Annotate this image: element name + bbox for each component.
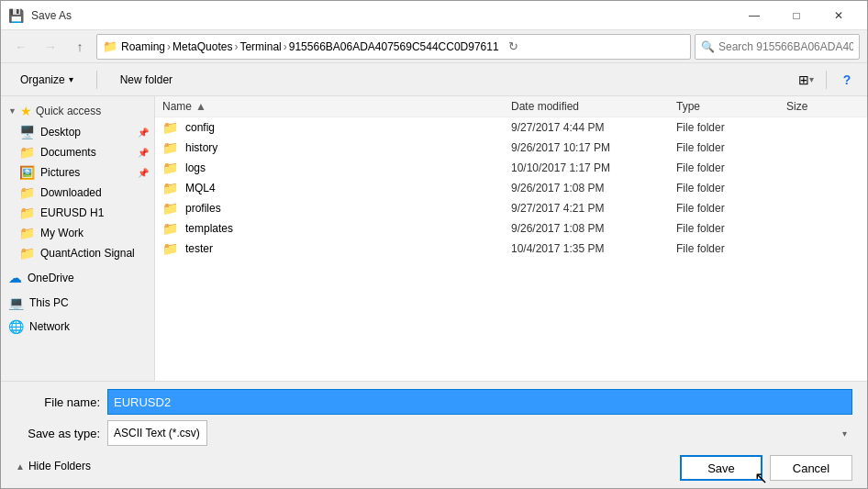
save-button[interactable]: Save — [680, 455, 762, 481]
sidebar-item-documents[interactable]: 📁 Documents 📌 — [1, 142, 154, 162]
pictures-folder-icon: 🖼️ — [19, 165, 35, 180]
savetype-label: Save as type: — [16, 427, 107, 440]
documents-pin-icon: 📌 — [138, 148, 149, 158]
refresh-button[interactable]: ↻ — [503, 36, 525, 58]
folder-icon-tester: 📁 — [162, 241, 178, 256]
downloaded-folder-icon: 📁 — [19, 185, 35, 200]
sep3: › — [284, 40, 287, 53]
folder-icon-small: 📁 — [103, 39, 117, 53]
address-bar[interactable]: 📁 Roaming › MetaQuotes › Terminal › 9155… — [96, 34, 691, 60]
file-name-templates: 📁 templates — [162, 221, 511, 236]
help-button[interactable]: ? — [834, 67, 860, 93]
table-row[interactable]: 📁 templates 9/26/2017 1:08 PM File folde… — [155, 218, 867, 239]
file-name-tester: 📁 tester — [162, 241, 511, 256]
sort-arrow-icon: ▲ — [195, 100, 206, 113]
back-button[interactable]: ← — [8, 34, 34, 60]
sidebar-item-thispc[interactable]: 💻 This PC — [1, 293, 154, 313]
table-row[interactable]: 📁 MQL4 9/26/2017 1:08 PM File folder — [155, 178, 867, 198]
mywork-folder-icon: 📁 — [19, 226, 35, 240]
file-name-config: 📁 config — [162, 120, 511, 135]
sidebar-item-mywork[interactable]: 📁 My Work — [1, 223, 154, 243]
file-name-mql4: 📁 MQL4 — [162, 181, 511, 195]
filename-input[interactable] — [107, 389, 852, 415]
sidebar-item-eurusd[interactable]: 📁 EURUSD H1 — [1, 203, 154, 223]
network-icon: 🌐 — [8, 319, 24, 334]
sidebar-item-downloaded[interactable]: 📁 Downloaded — [1, 183, 154, 203]
search-input[interactable] — [718, 40, 853, 53]
folder-icon-profiles: 📁 — [162, 201, 178, 216]
quick-access-header[interactable]: ▼ ★ Quick access — [1, 100, 154, 122]
sidebar-item-network[interactable]: 🌐 Network — [1, 317, 154, 337]
minimize-button[interactable]: — — [733, 1, 775, 30]
desktop-pin-icon: 📌 — [138, 128, 149, 138]
file-date-history: 9/26/2017 10:17 PM — [511, 141, 676, 154]
table-row[interactable]: 📁 profiles 9/27/2017 4:21 PM File folder — [155, 198, 867, 218]
close-button[interactable]: ✕ — [818, 1, 860, 30]
file-label-mql4: MQL4 — [185, 182, 216, 194]
table-row[interactable]: 📁 config 9/27/2017 4:44 PM File folder — [155, 117, 867, 138]
search-box[interactable]: 🔍 — [695, 34, 860, 60]
file-label-profiles: profiles — [185, 202, 221, 215]
table-row[interactable]: 📁 tester 10/4/2017 1:35 PM File folder — [155, 239, 867, 259]
view-options: ⊞ ▾ ? — [793, 67, 860, 93]
sidebar: ▼ ★ Quick access 🖥️ Desktop 📌 📁 Document… — [1, 96, 155, 381]
quick-access-chevron-icon: ▼ — [8, 106, 17, 116]
sidebar-item-quantaction[interactable]: 📁 QuantAction Signal — [1, 243, 154, 263]
onedrive-icon: ☁ — [8, 270, 22, 286]
name-column-header[interactable]: Name ▲ — [162, 100, 511, 113]
ribbon-toolbar: Organize ▾ New folder ⊞ ▾ ? — [1, 63, 867, 96]
path-roaming: Roaming — [121, 40, 165, 53]
file-label-logs: logs — [185, 161, 206, 174]
folder-icon-mql4: 📁 — [162, 181, 178, 195]
table-row[interactable]: 📁 logs 10/10/2017 1:17 PM File folder — [155, 158, 867, 178]
sidebar-item-onedrive[interactable]: ☁ OneDrive — [1, 267, 154, 289]
hide-folders-button[interactable]: ▲ Hide Folders — [16, 456, 91, 476]
hide-folders-chevron-icon: ▲ — [16, 461, 25, 472]
sidebar-item-pictures[interactable]: 🖼️ Pictures 📌 — [1, 162, 154, 183]
maximize-button[interactable]: □ — [775, 1, 818, 30]
view-toggle-button[interactable]: ⊞ ▾ — [793, 67, 818, 93]
table-row[interactable]: 📁 history 9/26/2017 10:17 PM File folder — [155, 138, 867, 158]
nav-toolbar: ← → ↑ 📁 Roaming › MetaQuotes › Terminal … — [1, 30, 867, 63]
filename-row: File name: — [16, 389, 852, 415]
new-folder-button[interactable]: New folder — [108, 67, 184, 93]
desktop-label: Desktop — [40, 126, 81, 139]
eurusd-label: EURUSD H1 — [40, 206, 104, 219]
cancel-button[interactable]: Cancel — [770, 455, 852, 481]
up-button[interactable]: ↑ — [67, 34, 93, 60]
savetype-select[interactable]: ASCII Text (*.csv) — [107, 420, 207, 446]
mywork-label: My Work — [40, 227, 83, 239]
view-grid-icon: ⊞ — [798, 72, 809, 87]
file-type-tester: File folder — [676, 242, 786, 255]
filename-label: File name: — [16, 395, 107, 409]
date-column-header[interactable]: Date modified — [511, 100, 676, 113]
file-type-logs: File folder — [676, 161, 786, 174]
search-icon: 🔍 — [701, 40, 715, 53]
file-label-config: config — [185, 121, 215, 134]
network-label: Network — [29, 320, 70, 333]
path-metaquotes: MetaQuotes — [172, 40, 232, 53]
eurusd-folder-icon: 📁 — [19, 206, 35, 220]
file-name-profiles: 📁 profiles — [162, 201, 511, 216]
documents-label: Documents — [40, 146, 96, 159]
file-label-templates: templates — [185, 222, 233, 235]
savetype-arrow-icon: ▾ — [842, 428, 847, 439]
sep1: › — [167, 40, 171, 53]
ribbon-separator-2 — [826, 71, 827, 89]
title-bar: 💾 Save As — □ ✕ — [1, 1, 867, 30]
folder-icon-templates: 📁 — [162, 221, 178, 236]
forward-button[interactable]: → — [38, 34, 63, 60]
type-column-header[interactable]: Type — [676, 100, 786, 113]
ribbon-separator — [96, 71, 97, 89]
sidebar-item-desktop[interactable]: 🖥️ Desktop 📌 — [1, 122, 154, 142]
save-button-container: Save ↖ — [680, 455, 762, 481]
organize-button[interactable]: Organize ▾ — [8, 67, 85, 93]
quick-access-section: ▼ ★ Quick access 🖥️ Desktop 📌 📁 Document… — [1, 100, 154, 263]
file-type-mql4: File folder — [676, 182, 786, 194]
file-date-config: 9/27/2017 4:44 PM — [511, 121, 676, 134]
file-date-templates: 9/26/2017 1:08 PM — [511, 222, 676, 235]
size-column-header[interactable]: Size — [786, 100, 860, 113]
name-column-label: Name — [162, 100, 192, 113]
onedrive-section: ☁ OneDrive — [1, 267, 154, 289]
thispc-section: 💻 This PC — [1, 293, 154, 313]
